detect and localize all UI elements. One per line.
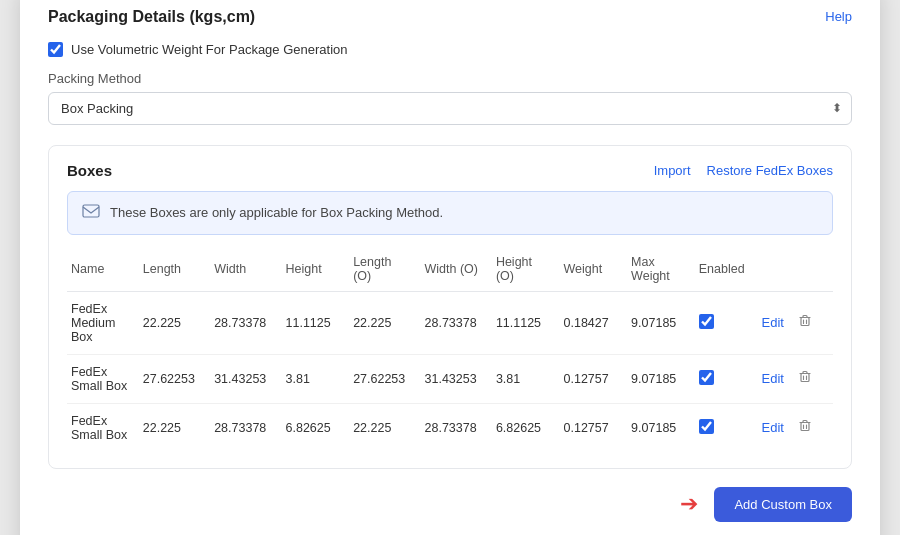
cell-width-o-2: 28.73378	[421, 403, 492, 452]
cell-name-2: FedEx Small Box	[67, 403, 139, 452]
edit-button-2[interactable]: Edit	[758, 418, 788, 437]
col-width: Width	[210, 249, 281, 292]
cell-width-2: 28.73378	[210, 403, 281, 452]
svg-rect-1	[801, 318, 809, 326]
cell-length-o-1: 27.62253	[349, 354, 420, 403]
table-row: FedEx Medium Box 22.225 28.73378 11.1125…	[67, 291, 833, 354]
cell-height-0: 11.1125	[282, 291, 350, 354]
boxes-section: Boxes Import Restore FedEx Boxes These B…	[48, 145, 852, 469]
help-link[interactable]: Help	[825, 9, 852, 24]
cell-enabled-2	[695, 403, 754, 452]
col-actions	[754, 249, 833, 292]
bottom-bar: ➔ Add Custom Box	[48, 487, 852, 522]
cell-actions-0: Edit	[754, 291, 833, 354]
restore-fedex-link[interactable]: Restore FedEx Boxes	[707, 163, 833, 178]
cell-weight-1: 0.12757	[560, 354, 628, 403]
cell-max-weight-2: 9.07185	[627, 403, 695, 452]
table-row: FedEx Small Box 27.62253 31.43253 3.81 2…	[67, 354, 833, 403]
cell-weight-2: 0.12757	[560, 403, 628, 452]
cell-name-0: FedEx Medium Box	[67, 291, 139, 354]
cell-width-o-0: 28.73378	[421, 291, 492, 354]
col-length-o: Length (O)	[349, 249, 420, 292]
col-name: Name	[67, 249, 139, 292]
boxes-title: Boxes	[67, 162, 112, 179]
action-cell-2: Edit	[758, 417, 825, 438]
cell-weight-0: 0.18427	[560, 291, 628, 354]
col-weight: Weight	[560, 249, 628, 292]
modal-title: Packaging Details (kgs,cm)	[48, 8, 255, 26]
col-height-o: Height (O)	[492, 249, 560, 292]
svg-rect-7	[801, 423, 809, 431]
col-width-o: Width (O)	[421, 249, 492, 292]
table-header-row: Name Length Width Height Length (O) Widt…	[67, 249, 833, 292]
edit-button-1[interactable]: Edit	[758, 369, 788, 388]
packaging-details-modal: Packaging Details (kgs,cm) Help Use Volu…	[20, 0, 880, 535]
svg-rect-4	[801, 374, 809, 382]
cell-length-0: 22.225	[139, 291, 210, 354]
volumetric-weight-label: Use Volumetric Weight For Package Genera…	[71, 42, 348, 57]
enabled-checkbox-2[interactable]	[699, 419, 714, 434]
cell-height-o-0: 11.1125	[492, 291, 560, 354]
packing-method-select-wrapper: Box Packing Individual Items Weight Base…	[48, 92, 852, 125]
cell-height-o-2: 6.82625	[492, 403, 560, 452]
svg-rect-0	[83, 205, 99, 217]
cell-length-o-2: 22.225	[349, 403, 420, 452]
delete-button-1[interactable]	[794, 368, 816, 389]
info-banner: These Boxes are only applicable for Box …	[67, 191, 833, 235]
cell-enabled-0	[695, 291, 754, 354]
import-link[interactable]: Import	[654, 163, 691, 178]
boxes-table: Name Length Width Height Length (O) Widt…	[67, 249, 833, 452]
cell-actions-2: Edit	[754, 403, 833, 452]
packing-method-select[interactable]: Box Packing Individual Items Weight Base…	[48, 92, 852, 125]
modal-header: Packaging Details (kgs,cm) Help	[48, 8, 852, 26]
edit-button-0[interactable]: Edit	[758, 313, 788, 332]
cell-width-1: 31.43253	[210, 354, 281, 403]
col-max-weight: Max Weight	[627, 249, 695, 292]
volumetric-weight-row: Use Volumetric Weight For Package Genera…	[48, 42, 852, 57]
volumetric-weight-checkbox[interactable]	[48, 42, 63, 57]
arrow-indicator-icon: ➔	[680, 491, 698, 517]
cell-max-weight-1: 9.07185	[627, 354, 695, 403]
delete-button-0[interactable]	[794, 312, 816, 333]
cell-height-o-1: 3.81	[492, 354, 560, 403]
boxes-actions: Import Restore FedEx Boxes	[654, 163, 833, 178]
col-enabled: Enabled	[695, 249, 754, 292]
cell-name-1: FedEx Small Box	[67, 354, 139, 403]
action-cell-1: Edit	[758, 368, 825, 389]
cell-actions-1: Edit	[754, 354, 833, 403]
cell-width-o-1: 31.43253	[421, 354, 492, 403]
cell-length-1: 27.62253	[139, 354, 210, 403]
action-cell-0: Edit	[758, 312, 825, 333]
col-length: Length	[139, 249, 210, 292]
enabled-checkbox-0[interactable]	[699, 314, 714, 329]
packing-method-label: Packing Method	[48, 71, 852, 86]
info-icon	[82, 202, 100, 224]
cell-height-2: 6.82625	[282, 403, 350, 452]
cell-width-0: 28.73378	[210, 291, 281, 354]
cell-length-2: 22.225	[139, 403, 210, 452]
add-custom-box-button[interactable]: Add Custom Box	[714, 487, 852, 522]
info-text: These Boxes are only applicable for Box …	[110, 205, 443, 220]
cell-enabled-1	[695, 354, 754, 403]
col-height: Height	[282, 249, 350, 292]
delete-button-2[interactable]	[794, 417, 816, 438]
table-row: FedEx Small Box 22.225 28.73378 6.82625 …	[67, 403, 833, 452]
cell-max-weight-0: 9.07185	[627, 291, 695, 354]
cell-height-1: 3.81	[282, 354, 350, 403]
boxes-header: Boxes Import Restore FedEx Boxes	[67, 162, 833, 179]
enabled-checkbox-1[interactable]	[699, 370, 714, 385]
cell-length-o-0: 22.225	[349, 291, 420, 354]
